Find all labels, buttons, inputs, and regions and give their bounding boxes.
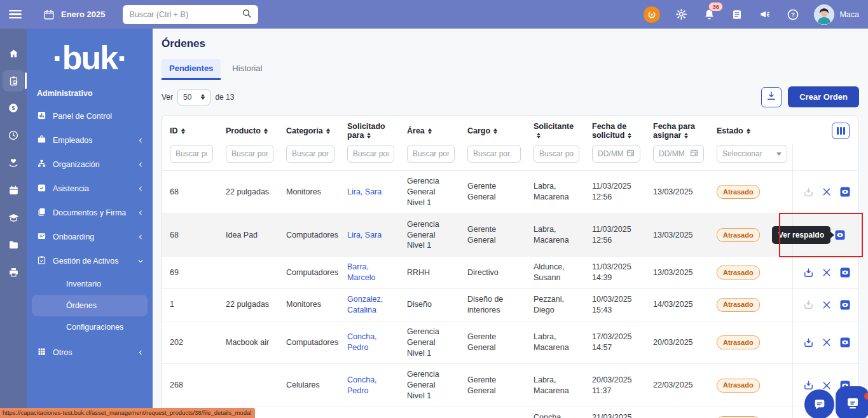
sidebar-subitem-inventario[interactable]: Inventario bbox=[32, 273, 148, 295]
period-selector[interactable]: Enero 2025 bbox=[42, 8, 105, 22]
sidebar-subitem-label: Configuraciones bbox=[66, 323, 123, 332]
cancel-action-icon[interactable] bbox=[822, 300, 831, 309]
filter-solicitante-input[interactable] bbox=[534, 145, 579, 163]
view-backup-action-icon[interactable] bbox=[839, 186, 851, 198]
filter-estado-select[interactable]: Seleccionar bbox=[717, 145, 787, 163]
sort-icon bbox=[537, 133, 541, 139]
tab-pendientes[interactable]: Pendientes bbox=[162, 59, 221, 80]
solicitado-link[interactable]: Lira, Sara bbox=[347, 187, 382, 196]
assign-action-icon[interactable] bbox=[803, 299, 814, 310]
col-header-solicitante[interactable]: Solicitante bbox=[526, 116, 584, 144]
page-size-select[interactable]: 50 bbox=[177, 89, 210, 105]
assign-action-icon[interactable] bbox=[803, 337, 814, 348]
tab-historial[interactable]: Historial bbox=[224, 59, 270, 80]
filter-cargo-input[interactable] bbox=[467, 145, 521, 163]
sidebar-subitem-ordenes[interactable]: Órdenes bbox=[32, 295, 148, 316]
table-row[interactable]: 69 Computadores Barra, Marcelo RRHH Dire… bbox=[162, 257, 858, 289]
col-header-fecha-solicitud[interactable]: Fecha de solicitud bbox=[584, 116, 645, 144]
menu-icon[interactable] bbox=[9, 10, 22, 19]
view-backup-action-icon[interactable] bbox=[839, 267, 851, 278]
sidebar-item-otros[interactable]: Otros bbox=[27, 340, 153, 365]
time-icon[interactable] bbox=[3, 125, 24, 146]
fecha-solicitud-date: 21/03/2025 bbox=[592, 412, 640, 418]
assign-action-icon[interactable] bbox=[803, 380, 814, 391]
view-backup-action-icon[interactable] bbox=[834, 229, 846, 241]
cancel-action-icon[interactable] bbox=[822, 187, 831, 196]
fecha-solicitud-date: 10/03/2025 bbox=[592, 294, 640, 305]
create-order-button[interactable]: Crear Orden bbox=[788, 86, 859, 107]
table-row[interactable]: 1 22 pulgadas Monitores Gonzalez, Catali… bbox=[162, 289, 858, 321]
assign-action-icon[interactable] bbox=[803, 267, 814, 278]
solicitado-link[interactable]: Concha, Pedro bbox=[347, 375, 377, 395]
cancel-action-icon[interactable] bbox=[822, 338, 831, 347]
table-row[interactable]: 202 Macbook air Computadores Concha, Ped… bbox=[162, 321, 858, 364]
table-row[interactable]: 68 22 pulgadas Monitores Lira, Sara Gere… bbox=[162, 171, 858, 214]
col-header-area[interactable]: Área bbox=[399, 116, 460, 144]
solicitado-link[interactable]: Barra, Marcelo bbox=[347, 262, 375, 282]
files-icon[interactable] bbox=[3, 234, 24, 255]
table-row[interactable]: 268 Celulares Concha, Pedro Gerencia Gen… bbox=[162, 364, 858, 407]
recording-icon[interactable] bbox=[644, 6, 660, 23]
view-backup-action-icon[interactable] bbox=[839, 337, 851, 348]
settings-icon[interactable] bbox=[674, 8, 688, 22]
col-header-fecha-asignar[interactable]: Fecha para asignar bbox=[645, 116, 709, 144]
support-widget-button[interactable] bbox=[836, 386, 868, 418]
notifications-icon[interactable]: 36 bbox=[702, 8, 716, 22]
sidebar-section-label: Administrativo bbox=[27, 80, 153, 104]
search-input[interactable] bbox=[129, 10, 237, 19]
solicitado-link[interactable]: Concha, Pedro bbox=[347, 332, 377, 352]
col-header-categoria[interactable]: Categoría bbox=[279, 116, 340, 144]
sidebar-item-gestion-de-activos[interactable]: Gestión de Activos bbox=[27, 249, 153, 273]
payments-icon[interactable]: $ bbox=[3, 97, 24, 119]
sidebar-item-documentos-y-firma[interactable]: Documentos y Firma bbox=[27, 201, 153, 225]
col-header-solicitado-para[interactable]: Solicitado para bbox=[340, 116, 399, 144]
home-icon[interactable] bbox=[3, 43, 24, 64]
filter-area-input[interactable] bbox=[407, 145, 455, 163]
column-settings-button[interactable] bbox=[832, 123, 850, 139]
filter-categoria-input[interactable] bbox=[286, 145, 334, 163]
download-button[interactable] bbox=[761, 87, 782, 107]
search-icon[interactable] bbox=[242, 8, 252, 21]
filter-id-input[interactable] bbox=[170, 145, 213, 163]
user-name[interactable]: Maca bbox=[839, 10, 859, 19]
sidebar-subitem-configuraciones[interactable]: Configuraciones bbox=[32, 316, 148, 338]
avatar[interactable] bbox=[814, 4, 834, 25]
filter-fecha-solicitud-date[interactable]: DD/MM bbox=[592, 145, 640, 163]
view-backup-action-icon[interactable] bbox=[839, 299, 851, 311]
cancel-action-icon[interactable] bbox=[822, 268, 831, 277]
print-icon[interactable] bbox=[3, 261, 24, 283]
col-header-estado[interactable]: Estado bbox=[709, 116, 792, 144]
learning-icon[interactable] bbox=[3, 206, 24, 228]
solicitado-link[interactable]: Gonzalez, Catalina bbox=[347, 295, 383, 314]
cell-id: 1 bbox=[162, 289, 218, 321]
filter-solicitado-input[interactable] bbox=[347, 145, 394, 163]
cancel-action-icon[interactable] bbox=[822, 381, 831, 390]
assign-action-icon[interactable] bbox=[803, 187, 814, 198]
table-row[interactable]: 334 Galaxy Celulares María, Luz RRHH Dir… bbox=[162, 407, 858, 418]
table-row[interactable]: 68 Idea Pad Computadores Lira, Sara Gere… bbox=[162, 213, 858, 257]
documents-icon[interactable] bbox=[730, 8, 744, 22]
help-icon[interactable]: ? bbox=[786, 8, 800, 22]
sidebar-item-empleados[interactable]: Empleados bbox=[27, 128, 153, 152]
global-search[interactable] bbox=[123, 5, 258, 24]
sidebar-item-onboarding[interactable]: Onboarding bbox=[27, 225, 153, 249]
col-header-id[interactable]: ID bbox=[162, 116, 218, 144]
col-header-producto[interactable]: Producto bbox=[218, 116, 279, 144]
notification-badge: 36 bbox=[708, 2, 723, 11]
sort-icon bbox=[428, 128, 432, 135]
buk-logo[interactable]: ·buk· bbox=[27, 29, 153, 80]
chat-bubble-button[interactable] bbox=[804, 389, 834, 418]
solicitado-link[interactable]: Lira, Sara bbox=[347, 231, 382, 239]
sidebar-item-organizacion[interactable]: Organización bbox=[27, 152, 153, 177]
sort-icon bbox=[326, 128, 330, 135]
announcements-icon[interactable] bbox=[758, 8, 772, 22]
col-header-cargo[interactable]: Cargo bbox=[460, 116, 526, 144]
sidebar-item-asistencia[interactable]: Asistencia bbox=[27, 177, 153, 201]
filter-producto-input[interactable] bbox=[226, 145, 273, 163]
filter-fecha-asignar-date[interactable]: DD/MM bbox=[653, 145, 704, 163]
sidebar-item-panel-de-control[interactable]: Panel de Control bbox=[27, 104, 153, 128]
benefits-icon[interactable] bbox=[3, 152, 24, 173]
sidebar-subitem-label: Inventario bbox=[66, 280, 101, 288]
asset-management-icon[interactable] bbox=[3, 70, 24, 91]
events-icon[interactable] bbox=[3, 179, 24, 201]
